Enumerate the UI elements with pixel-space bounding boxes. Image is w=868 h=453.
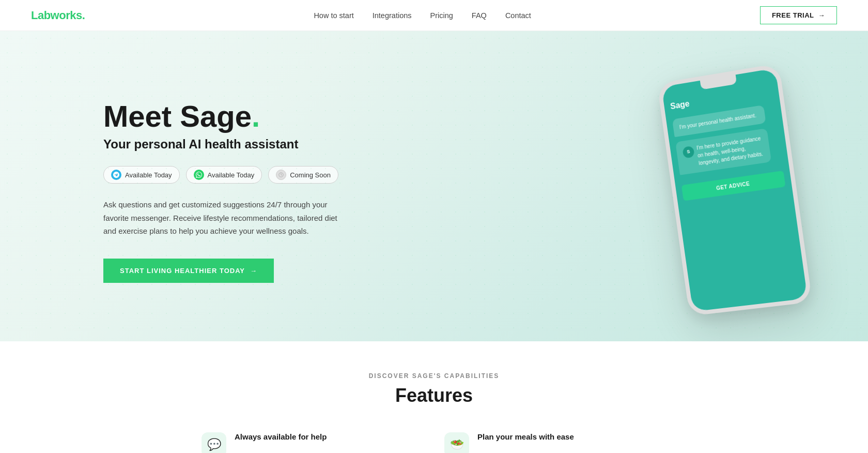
feature-title-0: Always available for help [235,432,327,441]
free-trial-button[interactable]: FREE TRIAL → [760,6,837,24]
feature-text-0: Always available for help [235,432,327,441]
chat-bubble-2: S I'm here to provide guidance on health… [675,128,771,175]
logo[interactable]: Labworks. [31,9,85,22]
coming-soon-label: Coming Soon [290,171,331,179]
hero-content: Meet Sage. Your personal AI health assis… [103,100,351,282]
feature-icon-wrap-0: 💬 [202,432,226,453]
coming-soon-icon [276,170,286,180]
nav-how-to-start[interactable]: How to start [314,11,353,20]
chat-bubble-2-text: I'm here to provide guidance on health, … [696,134,765,167]
features-section: DISCOVER SAGE'S CAPABILITIES Features 💬 … [0,341,868,453]
feature-icon-0: 💬 [207,438,221,451]
features-grid: 💬 Always available for help 🥗 Plan your … [202,432,667,453]
feature-icon-1: 🥗 [450,438,464,451]
whatsapp-badge-label: Available Today [208,171,255,179]
arrow-icon: → [818,11,825,19]
nav-links: How to start Integrations Pricing FAQ Co… [314,11,531,20]
cta-arrow-icon: → [250,267,257,275]
phone-mockup: Sage I'm your personal health assistant.… [657,63,813,316]
cta-label: START LIVING HEALTHIER TODAY [120,267,245,275]
whatsapp-icon [194,170,204,180]
feature-icon-wrap-1: 🥗 [444,432,469,453]
telegram-badge: Available Today [103,166,180,184]
nav-integrations[interactable]: Integrations [373,11,412,20]
hero-subtitle: Your personal AI health assistant [103,137,351,152]
navbar: Labworks. How to start Integrations Pric… [0,0,868,31]
features-title: Features [21,385,847,406]
feature-title-1: Plan your meals with ease [477,432,574,441]
nav-pricing[interactable]: Pricing [430,11,453,20]
hero-description: Ask questions and get customized suggest… [103,198,351,238]
phone-mockup-container: Sage I'm your personal health assistant.… [672,72,796,310]
free-trial-label: FREE TRIAL [772,11,814,19]
nav-faq[interactable]: FAQ [472,11,487,20]
coming-soon-badge: Coming Soon [268,166,338,184]
hero-title-text: Meet Sage [103,99,252,133]
logo-text: Labworks [31,9,82,22]
feature-text-1: Plan your meals with ease [477,432,574,441]
nav-contact[interactable]: Contact [505,11,531,20]
telegram-badge-label: Available Today [125,171,172,179]
whatsapp-badge: Available Today [186,166,262,184]
phone-screen: Sage I'm your personal health assistant.… [661,68,808,312]
get-advice-button[interactable]: GET ADVICE [681,171,786,201]
hero-section: Meet Sage. Your personal AI health assis… [0,31,868,341]
logo-dot: . [82,9,85,22]
features-label: DISCOVER SAGE'S CAPABILITIES [21,372,847,380]
feature-item-1: 🥗 Plan your meals with ease [444,432,667,453]
sage-avatar: S [682,146,694,159]
cta-button[interactable]: START LIVING HEALTHIER TODAY → [103,259,274,283]
hero-title: Meet Sage. [103,100,351,133]
platform-badges: Available Today Available Today Coming S… [103,166,351,184]
feature-item-0: 💬 Always available for help [202,432,424,453]
hero-title-dot: . [252,99,260,133]
telegram-icon [111,170,121,180]
